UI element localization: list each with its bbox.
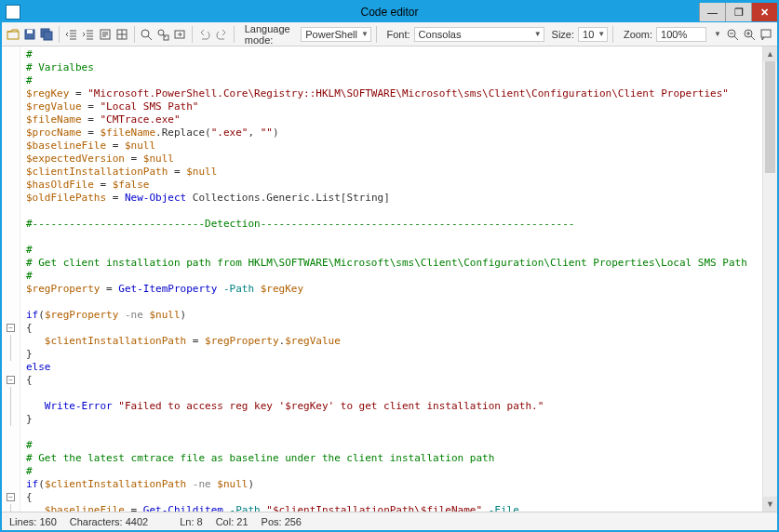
- code-line[interactable]: {: [26, 491, 762, 504]
- fold-toggle[interactable]: −: [7, 493, 15, 501]
- status-lines: Lines: 160: [9, 516, 57, 527]
- redo-icon[interactable]: [214, 26, 229, 43]
- undo-icon[interactable]: [197, 26, 212, 43]
- size-dropdown[interactable]: 10▼: [578, 27, 608, 42]
- code-line[interactable]: #: [26, 270, 762, 283]
- svg-rect-13: [761, 30, 771, 37]
- font-value: Consolas: [419, 29, 462, 40]
- code-line[interactable]: $clientInstallationPath = $regProperty.$…: [26, 335, 762, 348]
- toolbar: Language mode: PowerShell▼ Font: Consola…: [2, 22, 777, 47]
- language-mode-label: Language mode:: [245, 23, 298, 46]
- code-area[interactable]: ## Varialbes#$regKey = "Microsoft.PowerS…: [20, 47, 762, 512]
- saveall-icon[interactable]: [39, 26, 54, 43]
- code-line[interactable]: }: [26, 413, 762, 426]
- language-mode-value: PowerShell: [305, 29, 357, 40]
- separator: [59, 26, 60, 43]
- code-line[interactable]: {: [26, 322, 762, 335]
- code-line[interactable]: $baselineFile = $null: [26, 140, 762, 153]
- zoom-caret[interactable]: ▼: [714, 30, 721, 38]
- code-line[interactable]: $procName = $fileName.Replace(".exe", ""…: [26, 126, 762, 140]
- code-line[interactable]: $regValue = "Local SMS Path": [26, 100, 762, 113]
- code-line[interactable]: #: [26, 244, 762, 257]
- code-line[interactable]: #: [26, 48, 762, 61]
- code-line[interactable]: $fileName = "CMTrace.exe": [26, 113, 762, 126]
- status-characters: Characters: 4402: [70, 516, 148, 527]
- code-line[interactable]: #: [26, 74, 762, 87]
- search-icon[interactable]: [139, 26, 154, 43]
- code-line[interactable]: [26, 296, 762, 309]
- zoom-label: Zoom:: [624, 29, 652, 40]
- window: Code editor — ❐ ✕ Language mode: PowerSh…: [0, 0, 779, 532]
- zoomin-icon[interactable]: [742, 26, 757, 43]
- code-line[interactable]: # Get the latest cmtrace file as baselin…: [26, 452, 762, 465]
- separator: [376, 26, 377, 43]
- code-line[interactable]: {: [26, 374, 762, 387]
- code-line[interactable]: [26, 231, 762, 244]
- status-ln: Ln: 8: [180, 516, 202, 527]
- replace-icon[interactable]: [155, 26, 170, 43]
- code-line[interactable]: $clientInstallationPath = $null: [26, 166, 762, 179]
- svg-rect-2: [27, 30, 33, 33]
- titlebar[interactable]: Code editor — ❐ ✕: [2, 2, 777, 22]
- code-line[interactable]: [26, 426, 762, 439]
- open-icon[interactable]: [6, 26, 20, 43]
- code-line[interactable]: #: [26, 465, 762, 478]
- code-line[interactable]: # Get client installation path from HKLM…: [26, 257, 762, 270]
- code-line[interactable]: }: [26, 348, 762, 361]
- separator: [192, 26, 193, 43]
- code-line[interactable]: $regProperty = Get-ItemProperty -Path $r…: [26, 283, 762, 296]
- comment-icon[interactable]: [759, 26, 773, 43]
- code-line[interactable]: if($regProperty -ne $null): [26, 309, 762, 322]
- code-line[interactable]: [26, 387, 762, 400]
- code-line[interactable]: [26, 205, 762, 218]
- fold-gutter[interactable]: −−−−−−: [2, 47, 20, 512]
- indent-icon[interactable]: [81, 26, 96, 43]
- window-buttons: — ❐ ✕: [699, 3, 777, 21]
- chevron-down-icon: ▼: [598, 30, 605, 38]
- font-label: Font:: [387, 29, 410, 40]
- scroll-down-icon[interactable]: ▼: [763, 497, 777, 512]
- window-title: Code editor: [2, 6, 777, 19]
- maximize-button[interactable]: ❐: [725, 3, 751, 21]
- scroll-up-icon[interactable]: ▲: [763, 47, 777, 61]
- size-label: Size:: [552, 29, 574, 40]
- code-line[interactable]: $expectedVersion = $null: [26, 153, 762, 166]
- code-line[interactable]: #----------------------------Detection--…: [26, 218, 762, 231]
- code-line[interactable]: else: [26, 361, 762, 374]
- editor[interactable]: −−−−−− ## Varialbes#$regKey = "Microsoft…: [2, 47, 777, 512]
- code-line[interactable]: $baselineFile = Get-Childitem -Path "$cl…: [26, 504, 762, 512]
- code-line[interactable]: $hasOldFile = $false: [26, 179, 762, 192]
- code-line[interactable]: $oldFilePaths = New-Object Collections.G…: [26, 192, 762, 205]
- outdent-icon[interactable]: [64, 26, 79, 43]
- code-line[interactable]: Write-Error "Failed to access reg key '$…: [26, 400, 762, 413]
- vertical-scrollbar[interactable]: ▲ ▼: [762, 47, 777, 512]
- close-button[interactable]: ✕: [751, 3, 777, 21]
- fold-guide: [10, 504, 11, 512]
- grid-icon[interactable]: [114, 26, 129, 43]
- code-line[interactable]: $regKey = "Microsoft.PowerShell.Core\Reg…: [26, 87, 762, 100]
- status-pos: Pos: 256: [262, 516, 302, 527]
- fold-guide: [10, 335, 11, 361]
- fold-toggle[interactable]: −: [7, 376, 15, 384]
- code-line[interactable]: if($clientInstallationPath -ne $null): [26, 478, 762, 491]
- save-icon[interactable]: [22, 26, 37, 43]
- size-value: 10: [583, 29, 594, 40]
- goto-icon[interactable]: [172, 26, 187, 43]
- code-line[interactable]: #: [26, 439, 762, 452]
- fold-toggle[interactable]: −: [7, 324, 15, 332]
- scroll-thumb[interactable]: [765, 61, 775, 173]
- separator: [612, 26, 613, 43]
- separator: [234, 26, 235, 43]
- font-dropdown[interactable]: Consolas▼: [414, 27, 544, 42]
- format-icon[interactable]: [98, 26, 113, 43]
- svg-rect-4: [44, 32, 52, 40]
- svg-rect-0: [7, 32, 19, 39]
- svg-point-7: [141, 30, 149, 37]
- zoomout-icon[interactable]: [725, 26, 740, 43]
- fold-guide: [10, 387, 11, 426]
- code-line[interactable]: # Varialbes: [26, 61, 762, 74]
- app-icon: [6, 5, 20, 20]
- separator: [134, 26, 135, 43]
- language-mode-dropdown[interactable]: PowerShell▼: [301, 27, 371, 42]
- minimize-button[interactable]: —: [699, 3, 725, 21]
